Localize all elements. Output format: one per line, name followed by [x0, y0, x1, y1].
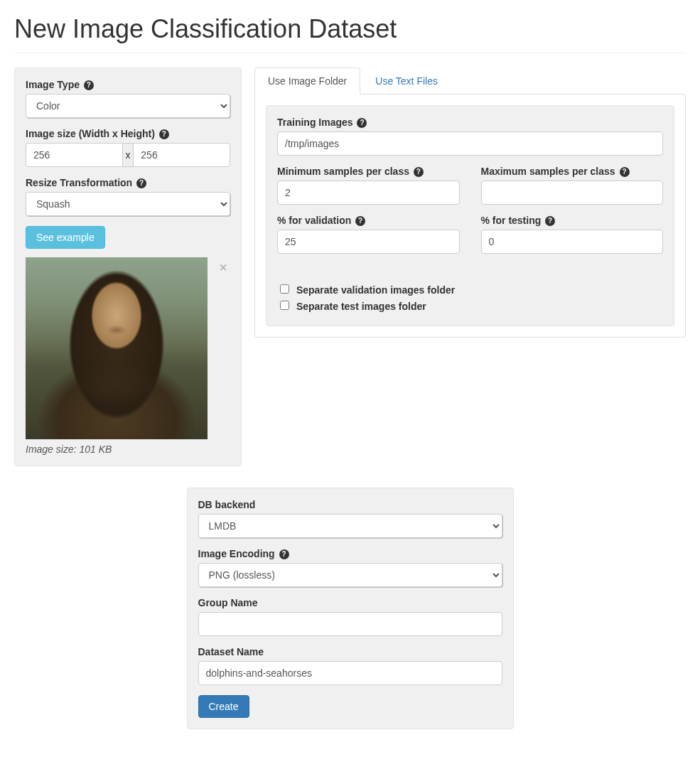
db-backend-label: DB backend — [198, 499, 256, 510]
training-images-input[interactable] — [277, 131, 663, 156]
max-samples-input[interactable] — [481, 181, 664, 205]
help-icon[interactable]: ? — [159, 129, 169, 139]
image-type-select[interactable]: Color — [26, 94, 230, 118]
help-icon[interactable]: ? — [84, 80, 94, 90]
min-samples-input[interactable] — [277, 181, 460, 205]
separate-validation-label: Separate validation images folder — [296, 284, 455, 296]
pct-testing-input[interactable] — [481, 230, 664, 254]
tab-use-image-folder[interactable]: Use Image Folder — [254, 68, 360, 95]
image-encoding-select[interactable]: PNG (lossless) — [198, 563, 502, 587]
resize-transformation-select[interactable]: Squash — [26, 192, 230, 216]
tab-use-text-files[interactable]: Use Text Files — [362, 68, 451, 95]
min-samples-label: Minimum samples per class — [277, 166, 409, 177]
resize-transformation-label: Resize Transformation — [26, 177, 132, 188]
image-settings-panel: Image Type ? Color Image size (Width x H… — [14, 68, 242, 466]
help-icon[interactable]: ? — [136, 178, 146, 188]
image-size-label: Image size (Width x Height) — [26, 128, 155, 139]
image-width-input[interactable] — [26, 143, 123, 167]
dataset-name-input[interactable] — [198, 661, 502, 685]
separate-test-label: Separate test images folder — [296, 301, 426, 312]
dimension-separator: x — [123, 143, 134, 167]
help-icon[interactable]: ? — [279, 549, 289, 559]
help-icon[interactable]: ? — [357, 118, 367, 128]
example-image-caption: Image size: 101 KB — [26, 444, 230, 455]
image-type-label: Image Type — [26, 79, 80, 90]
title-divider — [14, 53, 686, 53]
page-title: New Image Classification Dataset — [14, 14, 686, 44]
source-tabs: Use Image Folder Use Text Files — [254, 68, 686, 95]
group-name-label: Group Name — [198, 597, 258, 608]
see-example-button[interactable]: See example — [26, 226, 105, 249]
help-icon[interactable]: ? — [414, 167, 424, 177]
image-encoding-label: Image Encoding — [198, 548, 275, 559]
max-samples-label: Maximum samples per class — [481, 166, 615, 177]
separate-validation-checkbox[interactable] — [280, 284, 289, 294]
pct-testing-label: % for testing — [481, 215, 542, 226]
pct-validation-label: % for validation — [277, 215, 351, 226]
dataset-save-panel: DB backend LMDB Image Encoding ? PNG (lo… — [187, 488, 514, 729]
help-icon[interactable]: ? — [545, 216, 555, 226]
db-backend-select[interactable]: LMDB — [198, 514, 502, 538]
help-icon[interactable]: ? — [355, 216, 365, 226]
create-button[interactable]: Create — [198, 695, 249, 718]
help-icon[interactable]: ? — [620, 167, 630, 177]
training-images-label: Training Images — [277, 117, 353, 128]
group-name-input[interactable] — [198, 612, 502, 636]
close-icon[interactable]: × — [219, 260, 227, 274]
folder-tab-panel: Training Images ? Minimum samples per cl… — [266, 105, 674, 326]
dataset-name-label: Dataset Name — [198, 646, 264, 657]
image-height-input[interactable] — [133, 143, 230, 167]
pct-validation-input[interactable] — [277, 230, 460, 254]
separate-test-checkbox[interactable] — [280, 301, 289, 310]
example-image — [26, 257, 208, 439]
